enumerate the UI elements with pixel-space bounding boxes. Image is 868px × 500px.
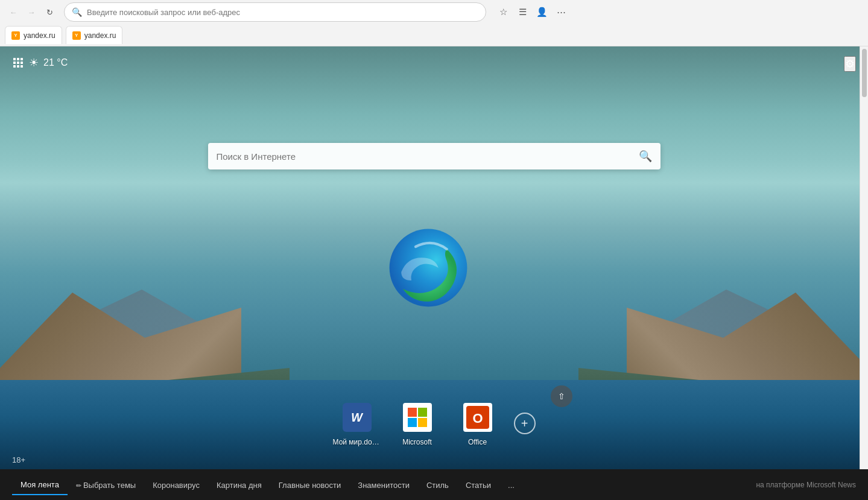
scrollbar[interactable]: [860, 46, 868, 469]
microsoft-icon-container: [401, 400, 434, 434]
edge-logo: [386, 226, 483, 322]
add-quicklink-button[interactable]: +: [514, 413, 536, 434]
tab-2-label: yandex.ru: [84, 31, 116, 40]
temperature: 21 °C: [43, 57, 68, 68]
office-icon-container: O: [461, 400, 495, 434]
news-platform-label: на платформе Microsoft News: [756, 481, 856, 489]
news-tab-celebrities[interactable]: Знаменитости: [349, 476, 418, 495]
microsoft-icon: [403, 403, 432, 432]
search-input[interactable]: [217, 151, 633, 162]
news-tab-top-news[interactable]: Главные новости: [270, 476, 350, 495]
microsoft-label: Microsoft: [402, 438, 432, 446]
news-tab-covid[interactable]: Коронавирус: [144, 476, 208, 495]
browser-titlebar: ← → ↻ 🔍 ☆ ☰ 👤 ⋯: [0, 0, 868, 24]
quick-links: W Мой мир.docx ... Microsoft: [333, 400, 536, 446]
news-tab-my-feed[interactable]: Моя лента: [12, 475, 68, 495]
tab-2[interactable]: Y yandex.ru: [66, 26, 123, 44]
nav-buttons: ← → ↻: [5, 4, 58, 21]
tab-1-label: yandex.ru: [24, 31, 55, 40]
collapse-button[interactable]: ⇧: [551, 385, 572, 407]
word-label: Мой мир.docx ...: [333, 438, 381, 446]
main-content: ☀ 21 °C ⚙: [0, 46, 868, 500]
toolbar-icons: ☆ ☰ 👤 ⋯: [495, 4, 569, 21]
word-icon-container: W: [340, 400, 374, 434]
search-button-icon: 🔍: [639, 150, 652, 163]
news-tab-style[interactable]: Стиль: [418, 476, 457, 495]
browser-chrome: ← → ↻ 🔍 ☆ ☰ 👤 ⋯ Y yandex.ru Y yandex.ru: [0, 0, 868, 46]
address-bar[interactable]: 🔍: [64, 2, 486, 22]
address-input[interactable]: [87, 8, 478, 17]
settings-icon[interactable]: ⚙: [844, 56, 856, 72]
sun-icon: ☀: [29, 56, 39, 69]
tab-1-favicon: Y: [11, 31, 20, 40]
news-tab-picture-day[interactable]: Картина дня: [208, 476, 270, 495]
edit-icon: ✏: [76, 482, 81, 489]
office-icon: O: [463, 403, 492, 432]
apps-grid-icon[interactable]: [12, 57, 24, 69]
svg-text:O: O: [472, 411, 483, 426]
search-bar[interactable]: 🔍: [208, 143, 661, 169]
forward-button[interactable]: →: [23, 4, 40, 21]
tab-bar: Y yandex.ru Y yandex.ru: [0, 24, 868, 46]
news-tab-more[interactable]: ...: [499, 476, 523, 495]
refresh-button[interactable]: ↻: [41, 4, 58, 21]
more-icon[interactable]: ⋯: [553, 4, 569, 21]
search-bar-container: 🔍: [208, 143, 661, 169]
age-badge: 18+: [12, 455, 25, 464]
back-button[interactable]: ←: [5, 4, 22, 21]
tab-1[interactable]: Y yandex.ru: [5, 26, 62, 44]
collections-icon[interactable]: ☰: [514, 4, 531, 21]
account-icon[interactable]: 👤: [533, 4, 550, 21]
office-label: Office: [468, 438, 487, 446]
weather-widget[interactable]: ☀ 21 °C: [12, 56, 68, 69]
search-icon: 🔍: [72, 7, 82, 17]
favorites-icon[interactable]: ☆: [495, 4, 512, 21]
news-tab-articles[interactable]: Статьи: [457, 476, 499, 495]
word-icon: W: [343, 403, 372, 432]
quick-link-microsoft[interactable]: Microsoft: [393, 400, 442, 446]
tab-2-favicon: Y: [72, 31, 81, 40]
quick-link-office[interactable]: O Office: [454, 400, 502, 446]
news-tab-themes[interactable]: ✏Выбрать темы: [68, 476, 144, 495]
news-bar: Моя лента ✏Выбрать темы Коронавирус Карт…: [0, 469, 868, 500]
scrollbar-thumb[interactable]: [862, 49, 867, 97]
quick-link-word[interactable]: W Мой мир.docx ...: [333, 400, 381, 446]
